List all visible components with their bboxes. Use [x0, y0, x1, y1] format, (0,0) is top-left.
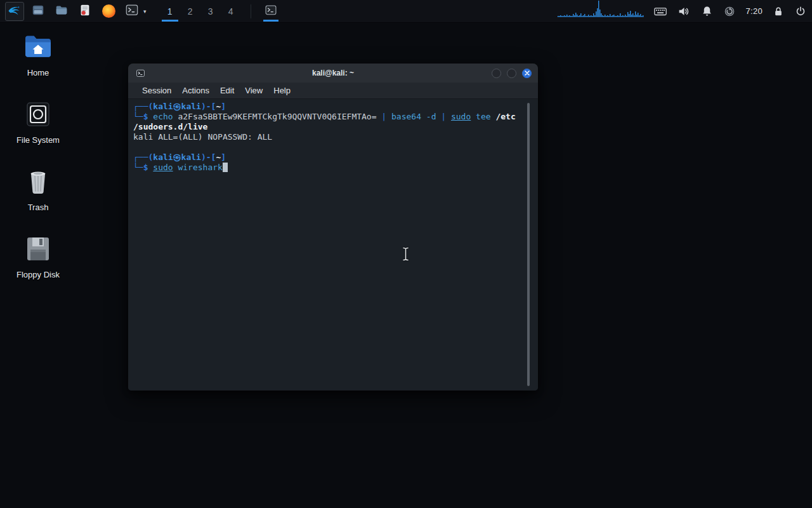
- firefox-icon: [102, 4, 115, 18]
- window-controls: [492, 64, 532, 83]
- terminal-line: [133, 142, 525, 152]
- cpu-graph: [558, 0, 644, 20]
- terminal-text-segment: )-[: [201, 102, 216, 111]
- floppy-disk-icon: [23, 235, 53, 265]
- applications-menu-button[interactable]: [5, 2, 24, 21]
- terminal-content[interactable]: ┌──(kali㉿kali)-[~]└─$ echo a2FsaSBBTEw9K…: [128, 99, 538, 391]
- terminal-text-segment: |: [441, 112, 451, 121]
- terminal-output: ┌──(kali㉿kali)-[~]└─$ echo a2FsaSBBTEw9K…: [133, 102, 525, 173]
- terminal-text-segment: └─$: [133, 163, 153, 172]
- file-manager-icon: [31, 3, 45, 19]
- desktop-icon-label: Home: [27, 68, 49, 77]
- workspace-button-2[interactable]: 2: [180, 0, 200, 23]
- close-icon: [525, 70, 530, 76]
- menu-actions[interactable]: Actions: [182, 86, 209, 95]
- terminal-text-segment: [471, 112, 476, 121]
- terminal-line: ┌──(kali㉿kali)-[~]: [133, 102, 525, 112]
- terminal-text-segment: ┌──(: [133, 152, 153, 162]
- terminal-text-segment: base64: [391, 112, 421, 121]
- terminal-window-icon: [136, 69, 145, 78]
- menu-help[interactable]: Help: [273, 86, 291, 95]
- terminal-text-segment: /sudoers.d/live: [133, 122, 207, 131]
- lock-icon[interactable]: [772, 5, 785, 18]
- terminal-dropdown-chevron-icon[interactable]: ▾: [143, 8, 147, 15]
- desktop-icon-trash[interactable]: Trash: [9, 168, 67, 212]
- volume-icon[interactable]: [677, 4, 691, 18]
- terminal-text-segment: -d: [421, 112, 441, 121]
- terminal-window: kali@kali: ~ Session Actions Edit View H…: [128, 64, 538, 391]
- terminal-titlebar[interactable]: kali@kali: ~: [128, 64, 538, 83]
- power-icon[interactable]: [794, 5, 807, 18]
- notifications-bell-icon[interactable]: [700, 4, 714, 18]
- file-manager-launcher[interactable]: [29, 2, 48, 21]
- terminal-text-segment: kali ALL=(ALL) NOPASSWD: ALL: [133, 132, 272, 142]
- panel-left-group: ▾ 1 2 3 4: [5, 0, 281, 22]
- terminal-text-segment: a2FsaSBBTEw9KEFMTCkgTk9QQVNTV0Q6IEFMTAo=: [173, 112, 382, 121]
- kali-logo-icon: [7, 3, 22, 20]
- terminal-line: └─$ sudo wireshark: [133, 163, 525, 173]
- terminal-line: /sudoers.d/live: [133, 122, 525, 132]
- terminal-scrollbar[interactable]: [527, 103, 530, 386]
- terminal-text-segment: )-[: [201, 152, 216, 162]
- workspace-button-3[interactable]: 3: [200, 0, 221, 23]
- desktop-icon-file-system[interactable]: File System: [9, 100, 67, 145]
- terminal-text-segment: sudo: [451, 112, 471, 121]
- taskbar-terminal-window-button[interactable]: [261, 0, 281, 23]
- folder-icon: [55, 3, 69, 19]
- terminal-text-segment: kali㉿kali: [153, 152, 201, 162]
- home-folder-icon: [23, 33, 53, 64]
- terminal-text-segment: ]: [221, 102, 226, 111]
- close-button[interactable]: [522, 69, 532, 78]
- desktop-icon-label: Trash: [28, 203, 49, 212]
- terminal-text-segment: ┌──(: [133, 102, 153, 111]
- desktop-icon-home[interactable]: Home: [9, 33, 67, 77]
- text-editor-icon: [78, 3, 92, 19]
- file-system-drive-icon: [23, 100, 53, 131]
- window-title: kali@kali: ~: [128, 69, 538, 77]
- panel-right-group: 7:20: [558, 0, 807, 22]
- terminal-icon: [265, 4, 277, 18]
- desktop-icon-floppy-disk[interactable]: Floppy Disk: [9, 235, 67, 279]
- terminal-text-segment: tee: [476, 112, 490, 121]
- keyboard-layout-icon[interactable]: [653, 4, 667, 18]
- terminal-text-segment: /etc: [495, 112, 515, 121]
- text-editor-launcher[interactable]: [75, 2, 95, 21]
- terminal-text-segment: ]: [221, 152, 226, 162]
- folder-launcher[interactable]: [52, 2, 71, 21]
- panel-separator: [251, 4, 251, 18]
- terminal-line: ┌──(kali㉿kali)-[~]: [133, 152, 525, 163]
- terminal-text-segment: sudo: [153, 163, 173, 172]
- terminal-launcher[interactable]: [122, 2, 141, 21]
- terminal-icon: [125, 3, 139, 19]
- menu-session[interactable]: Session: [142, 86, 171, 95]
- terminal-menubar: Session Actions Edit View Help: [128, 83, 538, 99]
- workspace-button-1[interactable]: 1: [160, 0, 180, 23]
- terminal-text-segment: |: [381, 112, 391, 121]
- clock[interactable]: 7:20: [745, 6, 763, 16]
- desktop-icon-label: File System: [16, 135, 60, 145]
- desktop-icon-label: Floppy Disk: [16, 270, 60, 279]
- maximize-button[interactable]: [507, 69, 516, 78]
- desktop: ▾ 1 2 3 4: [0, 0, 812, 508]
- trash-can-icon: [23, 168, 53, 198]
- workspace-button-4[interactable]: 4: [221, 0, 241, 23]
- firefox-launcher[interactable]: [99, 2, 118, 21]
- top-panel: ▾ 1 2 3 4: [0, 0, 812, 23]
- terminal-line: └─$ echo a2FsaSBBTEw9KEFMTCkgTk9QQVNTV0Q…: [133, 112, 525, 122]
- minimize-button[interactable]: [492, 69, 501, 78]
- terminal-text-segment: └─$: [133, 112, 153, 121]
- terminal-text-segment: [223, 163, 228, 172]
- terminal-text-segment: wireshark: [178, 163, 222, 172]
- menu-edit[interactable]: Edit: [220, 86, 234, 95]
- terminal-line: kali ALL=(ALL) NOPASSWD: ALL: [133, 132, 525, 142]
- terminal-text-segment: kali㉿kali: [153, 102, 201, 111]
- menu-view[interactable]: View: [245, 86, 263, 95]
- status-circle-icon[interactable]: [723, 5, 736, 18]
- desktop-icon-column: Home File System Trash: [9, 33, 67, 279]
- workspace-switcher: 1 2 3 4: [160, 0, 241, 22]
- terminal-text-segment: echo: [153, 112, 173, 121]
